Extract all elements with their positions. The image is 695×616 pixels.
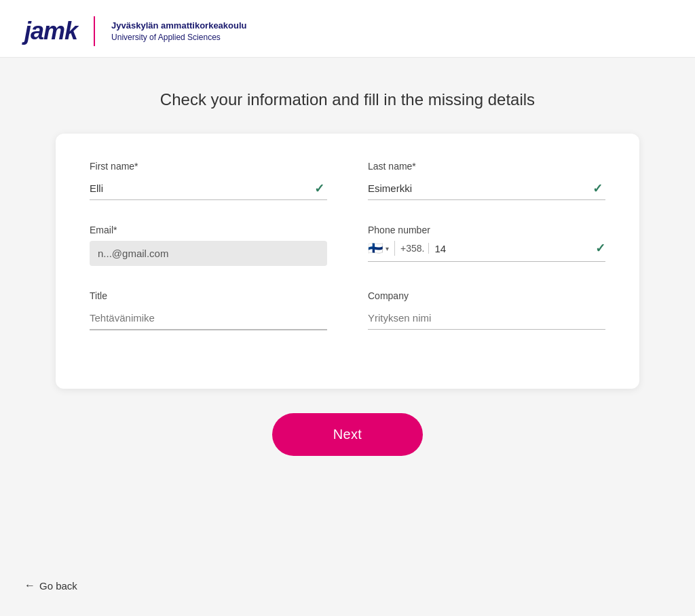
logo-jamk: jamk — [24, 17, 77, 45]
flag-selector[interactable]: 🇫🇮 ▾ — [368, 241, 395, 256]
title-group: Title — [90, 290, 327, 330]
phone-number-input[interactable] — [434, 243, 590, 254]
company-input[interactable] — [368, 307, 605, 330]
last-name-group: Last name* ✓ — [368, 161, 605, 200]
form-grid: First name* ✓ Last name* ✓ Ema — [90, 161, 605, 355]
go-back-label: Go back — [39, 580, 77, 592]
go-back-arrow-icon: ← — [24, 579, 35, 592]
logo-text-secondary: University of Applied Sciences — [111, 33, 246, 42]
last-name-label: Last name* — [368, 161, 605, 172]
form-card: First name* ✓ Last name* ✓ Ema — [56, 134, 639, 389]
main-content: Check your information and fill in the m… — [0, 58, 695, 616]
phone-input-wrapper: 🇫🇮 ▾ +358. ✓ — [368, 241, 605, 262]
first-name-group: First name* ✓ — [90, 161, 327, 200]
phone-wrapper: 🇫🇮 ▾ +358. ✓ — [368, 241, 605, 262]
phone-code: +358. — [400, 243, 429, 254]
next-button[interactable]: Next — [272, 413, 423, 456]
first-name-input-wrapper: ✓ — [90, 177, 327, 200]
phone-checkmark: ✓ — [595, 241, 605, 256]
header: jamk Jyväskylän ammattikorkeakoulu Unive… — [0, 0, 695, 58]
logo-text: Jyväskylän ammattikorkeakoulu University… — [111, 20, 246, 42]
email-group: Email* — [90, 225, 327, 266]
company-label: Company — [368, 290, 605, 301]
email-label: Email* — [90, 225, 327, 235]
logo-text-primary: Jyväskylän ammattikorkeakoulu — [111, 20, 246, 31]
logo-container: jamk Jyväskylän ammattikorkeakoulu Unive… — [24, 16, 247, 46]
title-label: Title — [90, 290, 327, 301]
page-title: Check your information and fill in the m… — [160, 90, 535, 109]
company-input-wrapper — [368, 307, 605, 330]
email-input[interactable] — [90, 241, 327, 266]
company-group: Company — [368, 290, 605, 330]
phone-group: Phone number 🇫🇮 ▾ +358. ✓ — [368, 225, 605, 266]
phone-label: Phone number — [368, 225, 605, 235]
first-name-checkmark: ✓ — [314, 181, 324, 196]
go-back-link[interactable]: ← Go back — [24, 579, 77, 592]
title-input[interactable] — [90, 307, 327, 330]
flag-dropdown-icon: ▾ — [386, 245, 389, 252]
last-name-input[interactable] — [368, 177, 605, 200]
title-input-wrapper — [90, 307, 327, 330]
page-wrapper: jamk Jyväskylän ammattikorkeakoulu Unive… — [0, 0, 695, 616]
next-button-container: Next — [272, 413, 423, 456]
first-name-input[interactable] — [90, 177, 327, 200]
first-name-label: First name* — [90, 161, 327, 172]
finland-flag-icon: 🇫🇮 — [368, 241, 383, 256]
email-input-wrapper — [90, 241, 327, 266]
logo-divider — [94, 16, 95, 46]
last-name-checkmark: ✓ — [593, 181, 603, 196]
last-name-input-wrapper: ✓ — [368, 177, 605, 200]
